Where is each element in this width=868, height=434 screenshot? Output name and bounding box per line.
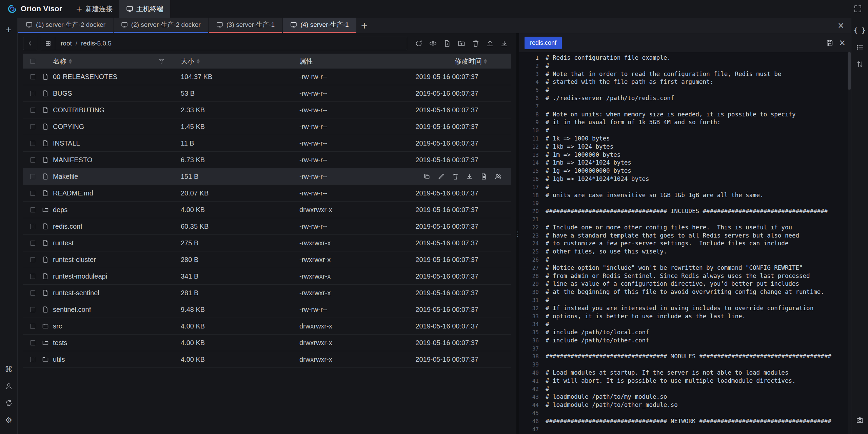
table-row[interactable]: utils 4.00 KB drwxrwxr-x 2019-05-16 00:0… bbox=[23, 351, 511, 368]
row-checkbox[interactable] bbox=[30, 324, 35, 329]
code-line[interactable]: 46 ################################## NE… bbox=[519, 417, 851, 426]
add-button[interactable]: + bbox=[3, 23, 15, 36]
breadcrumb-root[interactable]: root bbox=[61, 40, 72, 47]
row-checkbox[interactable] bbox=[30, 191, 35, 196]
code-line[interactable]: 33 # options, it is better to use includ… bbox=[519, 313, 851, 321]
code-line[interactable]: 31 # bbox=[519, 296, 851, 304]
table-row[interactable]: README.md 20.07 KB -rw-rw-r-- 2019-05-16… bbox=[23, 185, 511, 202]
edit-button[interactable] bbox=[438, 173, 445, 180]
code-line[interactable]: 4 # started with the file path as first … bbox=[519, 78, 851, 86]
row-checkbox[interactable] bbox=[30, 357, 35, 362]
code-line[interactable]: 18 # units are case insensitive so 1GB 1… bbox=[519, 191, 851, 200]
code-line[interactable]: 39 bbox=[519, 361, 851, 369]
transfer-button[interactable] bbox=[854, 58, 866, 70]
sync-button[interactable] bbox=[3, 397, 15, 409]
save-button[interactable] bbox=[826, 39, 833, 46]
editor-file-tab[interactable]: redis.conf bbox=[525, 37, 562, 49]
code-line[interactable]: 29 # line as value of a configuration di… bbox=[519, 280, 851, 288]
code-line[interactable]: 24 # to customize a few per-server setti… bbox=[519, 240, 851, 248]
row-checkbox[interactable] bbox=[30, 74, 35, 79]
directory-grid-button[interactable] bbox=[41, 37, 55, 50]
settings-button[interactable]: ⚙ bbox=[3, 414, 15, 426]
code-line[interactable]: 17 # bbox=[519, 183, 851, 191]
file-list-button[interactable] bbox=[854, 41, 866, 53]
table-row[interactable]: redis.conf 60.35 KB -rw-rw-r-- 2019-05-1… bbox=[23, 218, 511, 235]
row-checkbox[interactable] bbox=[30, 124, 35, 129]
code-line[interactable]: 23 # have a standard template that goes … bbox=[519, 232, 851, 240]
table-row[interactable]: BUGS 53 B -rw-rw-r-- 2019-05-16 00:07:37 bbox=[23, 85, 511, 102]
preview-hidden-button[interactable] bbox=[426, 37, 440, 50]
panel-resize-handle[interactable]: ⋮ bbox=[516, 33, 519, 434]
code-line[interactable]: 40 # Load modules at startup. If the ser… bbox=[519, 369, 851, 377]
code-line[interactable]: 11 # 1k => 1000 bytes bbox=[519, 135, 851, 143]
new-terminal-tab-button[interactable]: + bbox=[356, 18, 373, 33]
code-line[interactable]: 20 ################################## IN… bbox=[519, 207, 851, 215]
table-row[interactable]: 00-RELEASENOTES 104.37 KB -rw-rw-r-- 201… bbox=[23, 69, 511, 85]
sort-size-control[interactable]: ▲▼ bbox=[197, 58, 199, 64]
delete-button[interactable] bbox=[469, 37, 482, 50]
code-line[interactable]: 43 # loadmodule /path/to/my_module.so bbox=[519, 393, 851, 401]
row-checkbox[interactable] bbox=[30, 174, 35, 179]
code-line[interactable]: 27 # Notice option "include" won't be re… bbox=[519, 264, 851, 272]
terminal-tab[interactable]: (3) server-生产-1 bbox=[209, 18, 282, 33]
terminal-tab[interactable]: (2) server-生产-2 docker bbox=[114, 18, 208, 33]
code-line[interactable]: 41 # it will abort. It is possible to us… bbox=[519, 377, 851, 385]
code-line[interactable]: 10 # bbox=[519, 127, 851, 135]
screenshot-button[interactable] bbox=[854, 414, 866, 426]
select-all-checkbox[interactable] bbox=[30, 59, 35, 64]
code-line[interactable]: 3 # Note that in order to read the confi… bbox=[519, 70, 851, 78]
row-checkbox[interactable] bbox=[30, 307, 35, 312]
download-row-button[interactable] bbox=[466, 173, 473, 180]
editor-scrollbar-thumb[interactable] bbox=[848, 52, 851, 90]
code-line[interactable]: 30 # at the beginning of this file to av… bbox=[519, 288, 851, 296]
command-snippets-button[interactable]: ⌘ bbox=[3, 363, 15, 375]
table-row[interactable]: sentinel.conf 9.48 KB -rw-rw-r-- 2019-05… bbox=[23, 301, 511, 318]
copy-path-button[interactable] bbox=[480, 173, 487, 180]
table-row[interactable]: Makefile 151 B -rw-rw-r-- bbox=[23, 168, 511, 185]
copy-button[interactable] bbox=[423, 173, 430, 180]
table-row[interactable]: src 4.00 KB drwxrwxr-x 2019-05-16 00:07:… bbox=[23, 318, 511, 335]
table-row[interactable]: COPYING 1.45 KB -rw-rw-r-- 2019-05-16 00… bbox=[23, 118, 511, 135]
row-checkbox[interactable] bbox=[30, 274, 35, 279]
terminal-tab[interactable]: (1) server-生产-2 docker bbox=[18, 18, 113, 33]
sort-mtime-control[interactable]: ▲▼ bbox=[484, 58, 487, 64]
table-row[interactable]: runtest-sentinel 281 B -rwxrwxr-x 2019-0… bbox=[23, 285, 511, 301]
close-all-tabs-button[interactable]: × bbox=[831, 18, 851, 33]
row-checkbox[interactable] bbox=[30, 340, 35, 345]
refresh-button[interactable] bbox=[412, 37, 426, 50]
code-line[interactable]: 16 # 1gb => 1024*1024*1024 bytes bbox=[519, 175, 851, 183]
code-line[interactable]: 6 # ./redis-server /path/to/redis.conf bbox=[519, 94, 851, 102]
row-checkbox[interactable] bbox=[30, 257, 35, 262]
table-row[interactable]: runtest-cluster 280 B -rwxrwxr-x 2019-05… bbox=[23, 251, 511, 268]
fullscreen-button[interactable] bbox=[854, 5, 862, 13]
row-checkbox[interactable] bbox=[30, 290, 35, 296]
row-checkbox[interactable] bbox=[30, 108, 35, 113]
table-row[interactable]: tests 4.00 KB drwxrwxr-x 2019-05-16 00:0… bbox=[23, 335, 511, 351]
sort-name-control[interactable]: ▲▼ bbox=[69, 58, 72, 64]
row-checkbox[interactable] bbox=[30, 91, 35, 96]
table-row[interactable]: deps 4.00 KB drwxrwxr-x 2019-05-16 00:07… bbox=[23, 202, 511, 218]
table-row[interactable]: MANIFESTO 6.73 KB -rw-rw-r-- 2019-05-16 … bbox=[23, 152, 511, 168]
code-line[interactable]: 44 # loadmodule /path/to/other_module.so bbox=[519, 401, 851, 409]
code-line[interactable]: 37 bbox=[519, 345, 851, 353]
host-terminal-menu[interactable]: 主机终端 bbox=[119, 0, 170, 18]
code-line[interactable]: 9 # it in the usual form of 1k 5GB 4M an… bbox=[519, 118, 851, 127]
code-line[interactable]: 42 # bbox=[519, 385, 851, 393]
json-view-button[interactable]: { } bbox=[854, 24, 866, 36]
code-line[interactable]: 22 # Include one or more other config fi… bbox=[519, 224, 851, 232]
code-line[interactable]: 28 # from admin or Redis Sentinel. Since… bbox=[519, 272, 851, 280]
row-checkbox[interactable] bbox=[30, 141, 35, 146]
table-row[interactable]: INSTALL 11 B -rw-rw-r-- 2019-05-16 00:07… bbox=[23, 135, 511, 152]
table-row[interactable]: runtest-moduleapi 341 B -rwxrwxr-x 2019-… bbox=[23, 268, 511, 285]
code-line[interactable]: 8 # Note on units: when memory size is n… bbox=[519, 111, 851, 119]
user-button[interactable] bbox=[3, 380, 15, 392]
editor-scrollbar[interactable] bbox=[848, 52, 851, 434]
row-checkbox[interactable] bbox=[30, 157, 35, 163]
code-line[interactable]: 7 bbox=[519, 102, 851, 111]
table-row[interactable]: runtest 275 B -rwxrwxr-x 2019-05-16 00:0… bbox=[23, 235, 511, 251]
table-row[interactable]: CONTRIBUTING 2.33 KB -rw-rw-r-- 2019-05-… bbox=[23, 102, 511, 118]
code-editor[interactable]: 1 # Redis configuration file example. 2 … bbox=[519, 52, 851, 434]
filter-icon[interactable] bbox=[159, 58, 164, 64]
code-line[interactable]: 38 ################################## MO… bbox=[519, 353, 851, 361]
back-button[interactable] bbox=[23, 37, 37, 50]
